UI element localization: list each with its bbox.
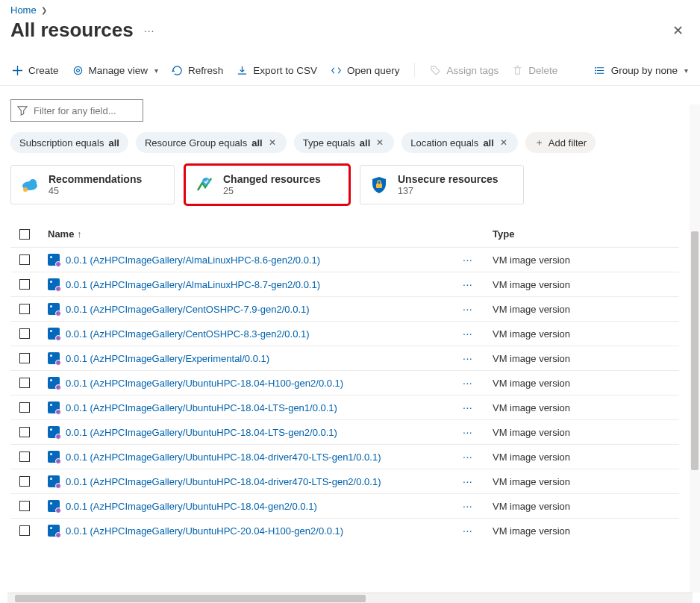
resource-type-icon <box>48 402 60 413</box>
row-checkbox[interactable] <box>19 402 30 413</box>
group-by-button[interactable]: Group by none ▾ <box>593 63 690 78</box>
close-icon[interactable]: ✕ <box>499 137 509 148</box>
row-more-icon[interactable]: ··· <box>463 377 472 389</box>
resource-link[interactable]: 0.0.1 (AzHPCImageGallery/AlmaLinuxHPC-8.… <box>66 279 320 290</box>
resource-type: VM image version <box>493 378 679 389</box>
resource-type-icon <box>48 426 60 438</box>
resource-link[interactable]: 0.0.1 (AzHPCImageGallery/UbuntuHPC-18.04… <box>66 402 337 413</box>
row-more-icon[interactable]: ··· <box>463 500 472 512</box>
resource-link[interactable]: 0.0.1 (AzHPCImageGallery/AlmaLinuxHPC-8.… <box>66 254 320 266</box>
select-all-checkbox[interactable] <box>19 229 30 240</box>
pill-type[interactable]: Type equals all✕ <box>294 132 395 153</box>
row-checkbox[interactable] <box>19 328 30 339</box>
row-checkbox[interactable] <box>19 254 30 265</box>
resource-type-icon <box>48 278 60 290</box>
vertical-scrollbar[interactable] <box>690 104 700 593</box>
row-checkbox[interactable] <box>19 501 30 511</box>
row-checkbox[interactable] <box>19 304 30 314</box>
horizontal-scrollbar[interactable] <box>7 593 693 603</box>
chevron-down-icon: ▾ <box>154 66 158 75</box>
assign-tags-button: Assign tags <box>428 63 500 78</box>
resource-type-icon <box>48 377 60 389</box>
scrollbar-thumb[interactable] <box>15 595 366 602</box>
export-csv-button[interactable]: Export to CSV <box>235 63 319 78</box>
row-checkbox[interactable] <box>19 353 30 363</box>
table-row: 0.0.1 (AzHPCImageGallery/Experimental/0.… <box>10 346 679 371</box>
resource-link[interactable]: 0.0.1 (AzHPCImageGallery/UbuntuHPC-18.04… <box>66 476 381 487</box>
row-checkbox[interactable] <box>19 378 30 388</box>
pill-location[interactable]: Location equals all✕ <box>401 132 518 153</box>
column-name[interactable]: Name <box>45 228 463 240</box>
create-label: Create <box>28 65 59 76</box>
column-type[interactable]: Type <box>493 228 679 240</box>
row-checkbox[interactable] <box>19 525 30 536</box>
filter-input[interactable] <box>34 105 137 116</box>
row-more-icon[interactable]: ··· <box>463 475 472 487</box>
resource-link[interactable]: 0.0.1 (AzHPCImageGallery/CentOSHPC-7.9-g… <box>66 304 310 315</box>
resource-type: VM image version <box>493 254 679 266</box>
row-checkbox[interactable] <box>19 452 30 462</box>
row-more-icon[interactable]: ··· <box>463 451 472 463</box>
row-more-icon[interactable]: ··· <box>463 328 472 340</box>
svg-point-0 <box>74 66 81 74</box>
row-more-icon[interactable]: ··· <box>463 278 472 290</box>
table-row: 0.0.1 (AzHPCImageGallery/UbuntuHPC-18.04… <box>10 445 679 469</box>
row-more-icon[interactable]: ··· <box>463 402 472 413</box>
scrollbar-thumb[interactable] <box>691 231 699 470</box>
refresh-button[interactable]: Refresh <box>170 63 225 78</box>
create-button[interactable]: Create <box>10 63 60 78</box>
filter-icon <box>17 105 28 116</box>
card-unsecure-resources[interactable]: Unsecure resources137 <box>360 165 524 204</box>
table-row: 0.0.1 (AzHPCImageGallery/CentOSHPC-7.9-g… <box>10 297 679 322</box>
pill-subscription[interactable]: Subscription equals all <box>10 132 128 153</box>
table-row: 0.0.1 (AzHPCImageGallery/AlmaLinuxHPC-8.… <box>10 248 679 272</box>
resource-link[interactable]: 0.0.1 (AzHPCImageGallery/CentOSHPC-8.3-g… <box>66 328 310 340</box>
resource-link[interactable]: 0.0.1 (AzHPCImageGallery/UbuntuHPC-20.04… <box>66 525 343 537</box>
resource-type-icon <box>48 451 60 463</box>
table-row: 0.0.1 (AzHPCImageGallery/UbuntuHPC-18.04… <box>10 371 679 396</box>
breadcrumb: Home ❯ <box>0 0 700 17</box>
pill-resource-group[interactable]: Resource Group equals all✕ <box>136 132 287 153</box>
filter-input-box[interactable] <box>10 99 143 122</box>
page-header: All resources ··· ✕ <box>0 17 700 48</box>
svg-point-5 <box>595 72 596 74</box>
close-icon[interactable]: ✕ <box>267 137 278 148</box>
resource-link[interactable]: 0.0.1 (AzHPCImageGallery/UbuntuHPC-18.04… <box>66 501 317 512</box>
close-icon[interactable]: ✕ <box>666 19 690 42</box>
row-checkbox[interactable] <box>19 427 30 437</box>
resource-type-icon <box>48 328 60 340</box>
more-actions-icon[interactable]: ··· <box>144 25 155 37</box>
add-filter-button[interactable]: ＋Add filter <box>525 132 596 153</box>
svg-point-7 <box>29 179 37 187</box>
row-more-icon[interactable]: ··· <box>463 525 472 537</box>
table-row: 0.0.1 (AzHPCImageGallery/UbuntuHPC-20.04… <box>10 519 679 542</box>
manage-view-button[interactable]: Manage view ▾ <box>71 63 160 78</box>
tag-icon <box>430 65 441 76</box>
resource-type-icon <box>48 303 60 315</box>
resource-link[interactable]: 0.0.1 (AzHPCImageGallery/UbuntuHPC-18.04… <box>66 378 343 389</box>
assign-tags-label: Assign tags <box>446 65 499 76</box>
filter-pills: Subscription equals all Resource Group e… <box>10 132 690 153</box>
row-more-icon[interactable]: ··· <box>463 352 472 364</box>
svg-point-9 <box>202 178 210 185</box>
row-more-icon[interactable]: ··· <box>463 254 472 266</box>
resource-link[interactable]: 0.0.1 (AzHPCImageGallery/UbuntuHPC-18.04… <box>66 452 381 463</box>
resource-type-icon <box>48 254 60 266</box>
row-more-icon[interactable]: ··· <box>463 426 472 438</box>
table-row: 0.0.1 (AzHPCImageGallery/AlmaLinuxHPC-8.… <box>10 272 679 297</box>
row-more-icon[interactable]: ··· <box>463 303 472 315</box>
row-checkbox[interactable] <box>19 279 30 290</box>
cloud-icon <box>20 175 40 195</box>
resource-type: VM image version <box>493 427 679 438</box>
card-recommendations[interactable]: Recommendations45 <box>10 165 175 204</box>
resource-link[interactable]: 0.0.1 (AzHPCImageGallery/Experimental/0.… <box>66 353 269 364</box>
table-row: 0.0.1 (AzHPCImageGallery/UbuntuHPC-18.04… <box>10 494 679 519</box>
resource-link[interactable]: 0.0.1 (AzHPCImageGallery/UbuntuHPC-18.04… <box>66 427 337 438</box>
group-by-label: Group by none <box>611 65 678 76</box>
close-icon[interactable]: ✕ <box>375 137 385 148</box>
row-checkbox[interactable] <box>19 476 30 487</box>
card-changed-resources[interactable]: Changed resources25 <box>185 165 349 204</box>
breadcrumb-home[interactable]: Home <box>10 4 37 16</box>
open-query-button[interactable]: Open query <box>329 63 401 78</box>
delete-button: Delete <box>510 63 559 78</box>
